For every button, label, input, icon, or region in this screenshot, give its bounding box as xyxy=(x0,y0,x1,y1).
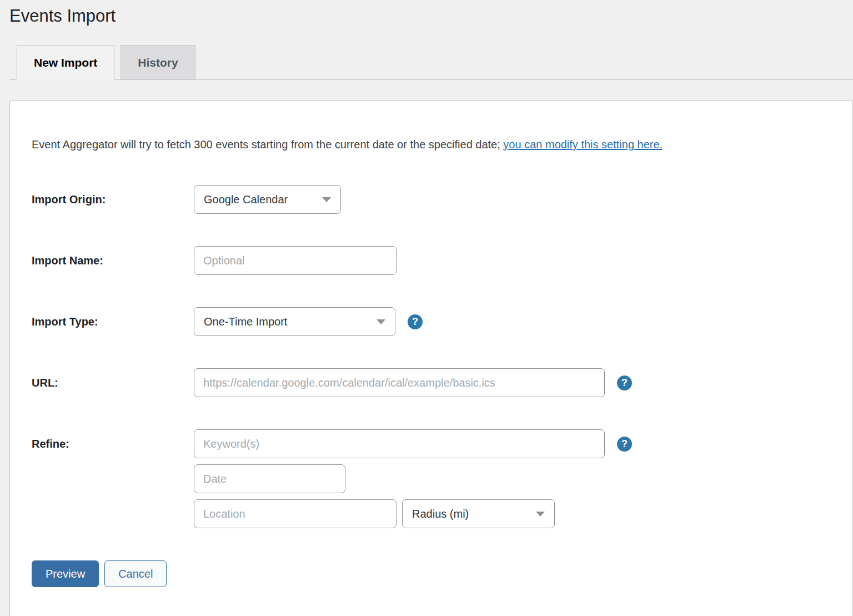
new-import-panel: Event Aggregator will try to fetch 300 e… xyxy=(9,101,853,616)
import-origin-select[interactable]: Google Calendar xyxy=(194,185,341,214)
import-origin-selected-value: Google Calendar xyxy=(204,193,288,206)
refine-radius-selected-value: Radius (mi) xyxy=(412,508,469,520)
import-name-row: Import Name: xyxy=(32,246,830,275)
caret-down-icon xyxy=(536,512,545,517)
tab-history[interactable]: History xyxy=(121,45,195,80)
form-actions: Preview Cancel xyxy=(32,560,830,587)
page-title: Events Import xyxy=(9,6,853,27)
refine-keywords-input[interactable] xyxy=(194,429,605,458)
url-help-icon[interactable]: ? xyxy=(617,375,632,390)
preview-button[interactable]: Preview xyxy=(32,560,99,587)
tab-new-import[interactable]: New Import xyxy=(17,45,114,80)
import-type-help-icon[interactable]: ? xyxy=(408,314,423,329)
refine-group: ? Radius (mi) xyxy=(194,429,632,528)
intro-text: Event Aggregator will try to fetch 300 e… xyxy=(32,138,830,152)
caret-down-icon xyxy=(377,319,385,324)
import-origin-row: Import Origin: Google Calendar xyxy=(32,185,830,214)
url-input[interactable] xyxy=(194,368,605,397)
import-name-label: Import Name: xyxy=(32,246,194,275)
refine-label: Refine: xyxy=(32,429,194,458)
import-name-input[interactable] xyxy=(194,246,397,275)
refine-radius-select[interactable]: Radius (mi) xyxy=(402,499,555,528)
import-type-label: Import Type: xyxy=(32,307,194,336)
cancel-button[interactable]: Cancel xyxy=(104,560,167,587)
refine-row: Refine: ? Radius (mi) xyxy=(32,429,830,528)
import-type-select[interactable]: One-Time Import xyxy=(194,307,395,336)
intro-text-static: Event Aggregator will try to fetch 300 e… xyxy=(32,138,503,151)
import-type-selected-value: One-Time Import xyxy=(204,315,287,328)
refine-location-input[interactable] xyxy=(194,499,397,528)
url-row: URL: ? xyxy=(32,368,830,397)
refine-help-icon[interactable]: ? xyxy=(617,437,632,452)
refine-date-input[interactable] xyxy=(194,464,345,493)
url-label: URL: xyxy=(32,368,194,397)
tab-bar: New Import History xyxy=(9,45,853,80)
caret-down-icon xyxy=(322,197,331,202)
import-origin-label: Import Origin: xyxy=(32,185,194,214)
modify-setting-link[interactable]: you can modify this setting here. xyxy=(503,138,663,151)
import-type-row: Import Type: One-Time Import ? xyxy=(32,307,830,336)
